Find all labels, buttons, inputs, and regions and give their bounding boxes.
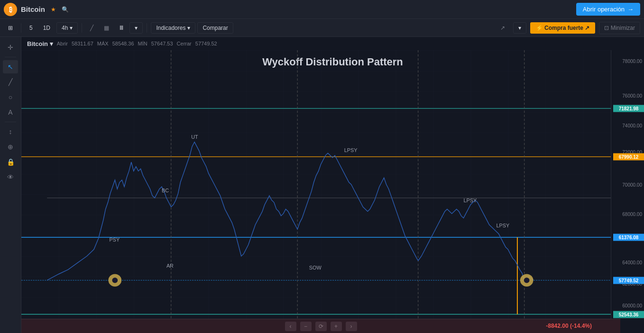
tf-1d-button[interactable]: 1D xyxy=(39,22,55,34)
chart-area: Bitcoin ▾ Abrir 58311.67 MÁX 58548.36 MÍ… xyxy=(21,37,644,333)
price-tag-61376: 61376.08 xyxy=(613,234,644,241)
price-78000: 78000.00 xyxy=(622,58,642,63)
search-icon[interactable]: 🔍 xyxy=(62,6,69,13)
tf-4h-dropdown[interactable]: 4h ▾ xyxy=(56,22,78,34)
price-tag-71821: 71821.98 xyxy=(613,105,644,112)
svg-text:UT: UT xyxy=(191,134,198,140)
lt-sep2 xyxy=(5,122,16,122)
layout-button[interactable]: ⊞ xyxy=(4,22,17,34)
crosshair-tool[interactable]: ✛ xyxy=(3,41,18,54)
price-68000: 68000.00 xyxy=(622,211,642,216)
open-trade-button[interactable]: Abrir operación xyxy=(576,3,640,16)
price-64000: 64000.00 xyxy=(622,260,642,265)
chart-svg: A B C D E PSY BC UT AR LPSY SOW LPSY LPS… xyxy=(21,50,620,319)
svg-text:LPSY: LPSY xyxy=(463,198,477,204)
svg-text:BC: BC xyxy=(162,188,169,194)
strategy-dropdown[interactable]: ▾ xyxy=(513,22,526,34)
lt-sep1 xyxy=(5,57,16,57)
trend-line-tool[interactable]: ╱ xyxy=(3,75,18,89)
hide-tool[interactable]: 👁 xyxy=(3,171,18,184)
price-60000: 60000.00 xyxy=(622,303,642,308)
info-cerrar-value: 57749.52 xyxy=(195,41,217,46)
info-min-label: MÍN xyxy=(138,41,147,46)
separator3 xyxy=(147,23,147,33)
tf-5-button[interactable]: 5 xyxy=(25,22,37,34)
trade-pnl: -8842.00 (-14.4%) xyxy=(546,323,592,329)
compare-button[interactable]: Comparar xyxy=(197,22,233,34)
area-tool-button[interactable]: ▦ xyxy=(100,22,113,34)
price-76000: 76000.00 xyxy=(622,93,642,99)
price-axis: 78000.00 76000.00 74000.00 72000.00 7000… xyxy=(611,50,644,319)
zoom-tool[interactable]: ⊕ xyxy=(3,140,18,153)
top-bar: ₿ Bitcoin ★ 🔍 Abrir operación xyxy=(0,0,644,19)
favorite-icon[interactable]: ★ xyxy=(51,6,56,13)
btc-logo: ₿ xyxy=(4,3,17,16)
price-tag-67990: 67990.12 xyxy=(613,153,644,161)
info-open-label: Abrir xyxy=(57,41,68,46)
svg-text:LPSY: LPSY xyxy=(344,148,358,153)
minimizar-button[interactable]: ⊡ Minimizar xyxy=(599,22,640,34)
symbol-name[interactable]: Bitcoin xyxy=(21,5,45,13)
info-cerrar-label: Cerrar xyxy=(177,41,192,46)
trade-info-bar: -8842.00 (-14.4%) xyxy=(21,319,620,333)
chart-symbol[interactable]: Bitcoin ▾ xyxy=(27,40,53,47)
chart-canvas[interactable]: A B C D E PSY BC UT AR LPSY SOW LPSY LPS… xyxy=(21,50,620,319)
info-open-value: 58311.67 xyxy=(72,41,93,46)
price-tag-current: 57749.52 xyxy=(613,277,644,284)
measure-tool[interactable]: ↕ xyxy=(3,125,18,138)
text-tool[interactable]: A xyxy=(3,106,18,119)
separator xyxy=(21,23,21,33)
cursor-tool[interactable]: ↖ xyxy=(3,60,18,73)
candle-tool-button[interactable]: Ⅲ xyxy=(115,22,128,34)
right-controls: ↗ ▾ ⚡ Compra fuerte ↗ ⊡ Minimizar xyxy=(496,22,640,34)
price-tag-52543: 52543.36 xyxy=(613,311,644,318)
main-area: ✛ ↖ ╱ ○ A ↕ ⊕ 🔒 👁 Bitcoin ▾ Abrir 58311.… xyxy=(0,37,644,333)
svg-text:PSY: PSY xyxy=(110,237,120,243)
chart-type-dropdown[interactable]: ▾ xyxy=(129,22,143,34)
line-tool-button[interactable]: ╱ xyxy=(86,22,98,34)
info-min-value: 57647.53 xyxy=(151,41,173,46)
toolbar: ⊞ 5 1D 4h ▾ ╱ ▦ Ⅲ ▾ Indicadores ▾ Compar… xyxy=(0,19,644,37)
shapes-tool[interactable]: ○ xyxy=(3,90,18,104)
info-bar: Bitcoin ▾ Abrir 58311.67 MÁX 58548.36 MÍ… xyxy=(21,37,644,50)
left-toolbar: ✛ ↖ ╱ ○ A ↕ ⊕ 🔒 👁 xyxy=(0,37,21,333)
svg-text:AR: AR xyxy=(166,263,174,269)
svg-text:LPSY: LPSY xyxy=(497,223,510,228)
price-74000: 74000.00 xyxy=(622,123,642,128)
separator2 xyxy=(82,23,82,33)
indicators-dropdown[interactable]: Indicadores ▾ xyxy=(151,22,195,34)
price-70000: 70000.00 xyxy=(622,182,642,187)
svg-text:SOW: SOW xyxy=(309,265,322,270)
compra-fuerte-button[interactable]: ⚡ Compra fuerte ↗ xyxy=(530,22,596,34)
info-max-value: 58548.36 xyxy=(112,41,134,46)
lock-tool[interactable]: 🔒 xyxy=(3,155,18,169)
info-max-label: MÁX xyxy=(97,41,109,46)
strategy-icon[interactable]: ↗ xyxy=(496,22,509,34)
